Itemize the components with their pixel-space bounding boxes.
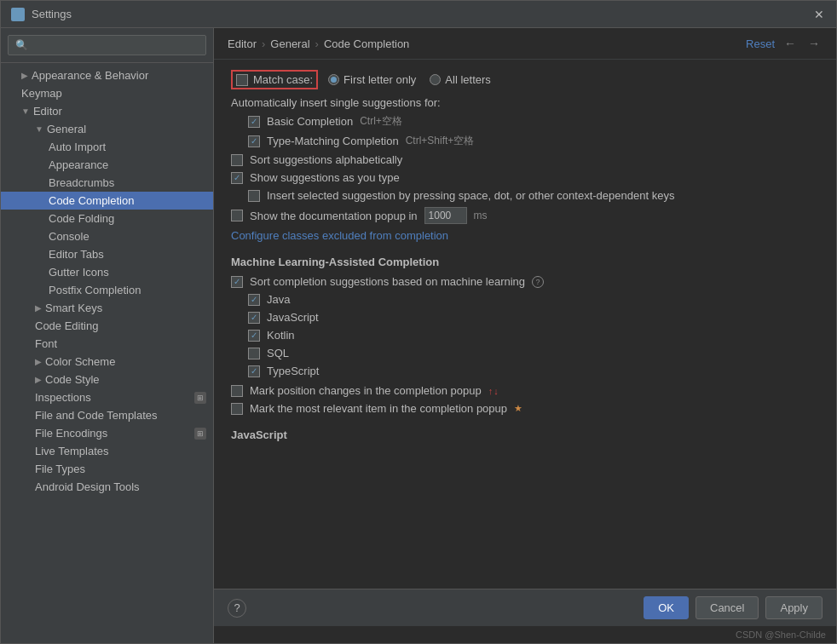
radio-first-letter-input[interactable] xyxy=(328,74,339,85)
sidebar-item-inspections[interactable]: Inspections ⊞ xyxy=(1,388,213,406)
sidebar-item-auto-import[interactable]: Auto Import xyxy=(1,138,213,156)
ml-section-header: Machine Learning-Assisted Completion xyxy=(231,256,819,268)
basic-completion-shortcut: Ctrl+空格 xyxy=(360,114,402,129)
ml-java-checkbox[interactable] xyxy=(248,294,260,306)
sort-alpha-label: Sort suggestions alphabetically xyxy=(250,153,402,166)
breadcrumb-editor: Editor xyxy=(228,37,257,50)
sidebar-item-label: Postfix Completion xyxy=(49,284,141,296)
sidebar-item-code-style[interactable]: ▶ Code Style xyxy=(1,371,213,388)
show-suggestions-checkbox[interactable] xyxy=(231,172,243,184)
basic-completion-checkbox[interactable] xyxy=(248,116,260,128)
show-doc-popup-checkbox[interactable] xyxy=(231,210,243,221)
indicator-icon: ⊞ xyxy=(194,428,206,440)
expand-arrow: ▶ xyxy=(35,303,42,313)
ml-section: Machine Learning-Assisted Completion Sor… xyxy=(231,256,819,415)
match-case-label: Match case: xyxy=(253,73,313,86)
ok-button[interactable]: OK xyxy=(644,596,689,619)
ml-javascript-checkbox[interactable] xyxy=(248,312,260,324)
sidebar-item-code-completion[interactable]: Code Completion xyxy=(1,192,213,210)
mark-position-checkbox[interactable] xyxy=(231,385,243,397)
sidebar-item-general[interactable]: ▼ General xyxy=(1,120,213,138)
match-case-row: Match case: First letter only All letter… xyxy=(231,70,819,89)
ml-typescript-row: TypeScript xyxy=(231,365,819,377)
sidebar-item-color-scheme[interactable]: ▶ Color Scheme xyxy=(1,353,213,371)
configure-link[interactable]: Configure classes excluded from completi… xyxy=(231,229,448,242)
insert-selected-checkbox[interactable] xyxy=(248,190,260,202)
type-matching-checkbox[interactable] xyxy=(248,135,260,147)
breadcrumb-actions: Reset ← → xyxy=(746,35,823,52)
sidebar-item-label: Android Design Tools xyxy=(35,480,140,493)
basic-completion-label: Basic Completion xyxy=(267,115,353,128)
sidebar-item-label: Gutter Icons xyxy=(49,266,109,279)
expand-arrow: ▶ xyxy=(35,357,42,366)
help-button[interactable]: ? xyxy=(228,599,246,618)
ml-java-label: Java xyxy=(267,293,290,306)
ml-javascript-row: JavaScript xyxy=(231,311,819,324)
ml-kotlin-row: Kotlin xyxy=(231,329,819,342)
close-button[interactable]: ✕ xyxy=(812,8,826,21)
sidebar-item-postfix-completion[interactable]: Postfix Completion xyxy=(1,281,213,299)
sidebar-item-label: Smart Keys xyxy=(45,302,102,314)
search-input[interactable] xyxy=(8,35,206,55)
arrow-down-icon: ↓ xyxy=(494,386,499,396)
sidebar-item-appearance-behavior[interactable]: ▶ Appearance & Behavior xyxy=(1,66,213,84)
right-panel: Editor › General › Code Completion Reset… xyxy=(214,28,836,589)
breadcrumb-sep1: › xyxy=(262,37,265,50)
type-matching-label: Type-Matching Completion xyxy=(267,135,399,147)
show-doc-popup-input[interactable] xyxy=(424,207,467,224)
help-icon[interactable]: ? xyxy=(532,276,544,288)
radio-all-letters[interactable]: All letters xyxy=(430,73,490,86)
arrow-up-icon: ↑ xyxy=(488,386,494,396)
sidebar-item-label: Appearance & Behavior xyxy=(32,69,148,82)
sidebar-item-label: File Types xyxy=(35,463,85,475)
apply-button[interactable]: Apply xyxy=(765,596,823,619)
sidebar-item-label: Editor Tabs xyxy=(49,248,104,261)
sidebar-item-file-code-templates[interactable]: File and Code Templates xyxy=(1,406,213,424)
reset-button[interactable]: Reset xyxy=(746,37,775,50)
sidebar-item-file-encodings[interactable]: File Encodings ⊞ xyxy=(1,424,213,442)
nav-back-button[interactable]: ← xyxy=(782,35,799,52)
radio-first-letter[interactable]: First letter only xyxy=(328,73,416,86)
indicator-icon: ⊞ xyxy=(194,392,206,404)
mark-relevant-checkbox[interactable] xyxy=(231,403,243,415)
sidebar-item-label: Code Style xyxy=(45,373,100,386)
sort-alpha-row: Sort suggestions alphabetically xyxy=(231,153,819,166)
sidebar-item-code-editing[interactable]: Code Editing xyxy=(1,317,213,335)
breadcrumb-general: General xyxy=(270,37,309,50)
radio-all-letters-input[interactable] xyxy=(430,74,441,85)
expand-arrow: ▼ xyxy=(35,124,43,134)
ml-sort-checkbox[interactable] xyxy=(231,276,243,288)
sidebar-item-code-folding[interactable]: Code Folding xyxy=(1,210,213,227)
ml-java-row: Java xyxy=(231,293,819,306)
sidebar-item-android-design-tools[interactable]: Android Design Tools xyxy=(1,478,213,496)
ml-typescript-checkbox[interactable] xyxy=(248,365,260,377)
ml-kotlin-checkbox[interactable] xyxy=(248,330,260,342)
sidebar-item-live-templates[interactable]: Live Templates xyxy=(1,442,213,460)
sidebar-item-smart-keys[interactable]: ▶ Smart Keys xyxy=(1,299,213,317)
sidebar-item-font[interactable]: Font xyxy=(1,335,213,353)
auto-insert-label: Automatically insert single suggestions … xyxy=(231,96,441,109)
sidebar-item-file-types[interactable]: File Types xyxy=(1,460,213,478)
sidebar-item-label: Inspections xyxy=(35,391,91,404)
sidebar-item-appearance[interactable]: Appearance xyxy=(1,156,213,174)
footer-right: OK Cancel Apply xyxy=(644,596,823,619)
sidebar-item-editor-tabs[interactable]: Editor Tabs xyxy=(1,245,213,263)
ml-sql-row: SQL xyxy=(231,347,819,359)
nav-forward-button[interactable]: → xyxy=(805,35,823,52)
auto-insert-row: Automatically insert single suggestions … xyxy=(231,96,819,109)
match-case-box: Match case: xyxy=(231,70,318,89)
watermark: CSDN @Shen-Childe xyxy=(214,626,836,643)
ml-sql-checkbox[interactable] xyxy=(248,348,260,359)
sidebar-item-breadcrumbs[interactable]: Breadcrumbs xyxy=(1,174,213,192)
sidebar-item-gutter-icons[interactable]: Gutter Icons xyxy=(1,263,213,281)
sidebar-item-editor[interactable]: ▼ Editor xyxy=(1,102,213,120)
match-case-checkbox[interactable] xyxy=(236,74,248,86)
ml-sort-row: Sort completion suggestions based on mac… xyxy=(231,275,819,288)
breadcrumb-sep2: › xyxy=(315,37,319,50)
sidebar-item-console[interactable]: Console xyxy=(1,227,213,245)
radio-all-letters-label: All letters xyxy=(445,73,490,86)
cancel-button[interactable]: Cancel xyxy=(696,596,759,619)
sort-alpha-checkbox[interactable] xyxy=(231,154,243,166)
mark-position-label: Mark position changes in the completion … xyxy=(250,384,482,397)
sidebar-item-keymap[interactable]: Keymap xyxy=(1,84,213,102)
